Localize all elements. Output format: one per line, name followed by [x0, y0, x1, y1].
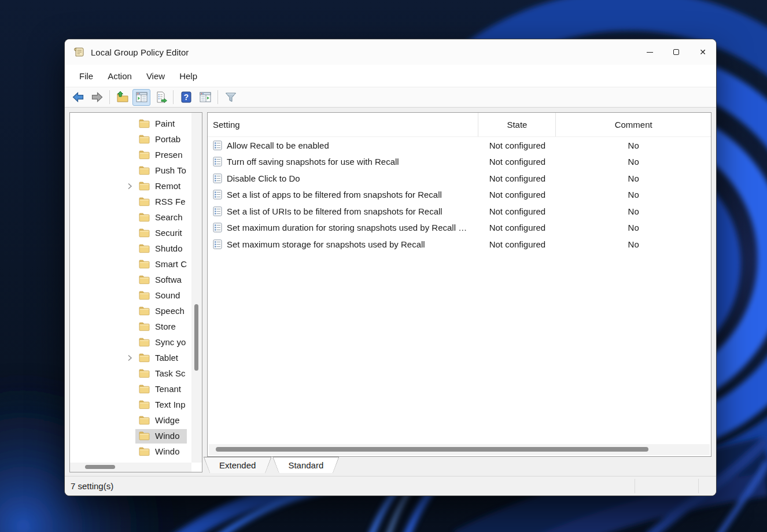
forward-icon	[90, 90, 104, 104]
policy-setting-icon	[213, 141, 222, 150]
tree-item[interactable]: Presen	[70, 147, 202, 163]
menu-file[interactable]: File	[73, 68, 99, 84]
tab-extended[interactable]: Extended	[204, 457, 271, 473]
folder-icon	[139, 150, 150, 162]
tree-item[interactable]: Paint	[70, 116, 202, 132]
setting-comment: No	[556, 173, 711, 183]
list-header: Setting State Comment	[208, 113, 711, 137]
tab-standard[interactable]: Standard	[272, 457, 339, 473]
folder-icon	[139, 369, 150, 380]
tree-item-label: Sync yo	[155, 337, 186, 347]
chevron-right-icon[interactable]	[126, 354, 134, 364]
tree-item[interactable]: Sync yo	[70, 335, 202, 350]
tree-item[interactable]: Tenant	[70, 382, 202, 397]
folder-icon	[139, 260, 150, 271]
tree-item[interactable]: Text Inp	[70, 397, 202, 413]
setting-row[interactable]: Turn off saving snapshots for use with R…	[208, 154, 711, 171]
back-button[interactable]	[69, 89, 87, 106]
setting-name: Disable Click to Do	[227, 173, 300, 183]
folder-icon	[139, 244, 150, 256]
tree-item[interactable]: Speech	[70, 304, 202, 319]
tree-item[interactable]: Smart C	[70, 257, 202, 272]
maximize-button[interactable]	[663, 39, 689, 65]
tree-item-label: Text Inp	[155, 400, 186, 409]
setting-row[interactable]: Disable Click to Do Not configured No	[208, 170, 711, 187]
tree-vertical-scrollbar-thumb[interactable]	[194, 304, 198, 371]
tree-item-label: Sound	[155, 290, 180, 300]
setting-row[interactable]: Set maximum storage for snapshots used b…	[208, 236, 711, 253]
setting-row[interactable]: Set maximum duration for storing snapsho…	[208, 220, 711, 237]
column-header-setting[interactable]: Setting	[208, 113, 478, 136]
up-one-level-button[interactable]	[113, 89, 131, 106]
tree-vertical-scrollbar[interactable]	[191, 113, 202, 463]
tree-item[interactable]: Securit	[70, 226, 202, 241]
setting-comment: No	[556, 190, 711, 200]
tree-item-label: Push To	[155, 165, 186, 175]
tree-item-label: Search	[155, 212, 183, 222]
tree-item[interactable]: Widge	[70, 413, 202, 428]
tree-item[interactable]: Softwa	[70, 272, 202, 288]
setting-name: Set maximum storage for snapshots used b…	[227, 239, 425, 249]
show-action-pane-button[interactable]	[196, 89, 214, 106]
tree-item-label: Speech	[155, 306, 185, 316]
chevron-right-icon[interactable]	[126, 182, 134, 193]
tree-item-label: Presen	[155, 150, 183, 160]
tree-item[interactable]: Push To	[70, 163, 202, 179]
title-bar[interactable]: Local Group Policy Editor ✕	[65, 39, 716, 65]
setting-comment: No	[556, 206, 711, 216]
tree-item-label: Windo	[155, 431, 180, 441]
tree-item[interactable]: Portab	[70, 132, 202, 147]
folder-icon	[139, 135, 150, 146]
tree-item[interactable]: Store	[70, 319, 202, 335]
forward-button[interactable]	[88, 89, 106, 106]
status-divider	[698, 479, 699, 493]
back-icon	[71, 90, 85, 104]
setting-row[interactable]: Set a list of URIs to be filtered from s…	[208, 203, 711, 220]
tree-item-label: Portab	[155, 134, 180, 144]
svg-text:?: ?	[183, 93, 189, 102]
menu-bar: FileActionViewHelp	[65, 65, 716, 87]
setting-row[interactable]: Set a list of apps to be filtered from s…	[208, 187, 711, 204]
setting-row[interactable]: Allow Recall to be enabled Not configure…	[208, 137, 711, 154]
tree-item[interactable]: Tablet	[70, 350, 202, 366]
scroll-document-icon	[72, 46, 85, 58]
list-horizontal-scrollbar[interactable]	[209, 444, 710, 455]
folder-icon	[139, 306, 150, 318]
column-header-state[interactable]: State	[478, 113, 556, 136]
close-icon: ✕	[699, 48, 706, 56]
tree-item[interactable]: Sound	[70, 288, 202, 304]
console-tree-pane: Paint Portab Presen	[69, 112, 202, 472]
tree-item-label: Securit	[155, 228, 182, 238]
menu-view[interactable]: View	[140, 68, 171, 84]
settings-list-pane: Setting State Comment Allow Recall to be…	[207, 112, 711, 457]
tree-item-label: Tablet	[155, 353, 178, 363]
policy-setting-icon	[213, 239, 222, 249]
tree-item[interactable]: RSS Fe	[70, 194, 202, 210]
setting-state: Not configured	[479, 190, 556, 200]
tree-item[interactable]: Task Sc	[70, 366, 202, 382]
folder-icon	[139, 385, 150, 396]
filter-button[interactable]	[222, 89, 239, 106]
tree-item-label: Smart C	[155, 259, 187, 269]
show-console-tree-button[interactable]	[132, 89, 150, 106]
column-header-comment[interactable]: Comment	[556, 113, 711, 136]
setting-comment: No	[556, 223, 711, 232]
tree-horizontal-scrollbar[interactable]	[70, 463, 191, 472]
policy-setting-icon	[213, 173, 222, 183]
export-list-button[interactable]	[152, 89, 169, 106]
menu-action[interactable]: Action	[101, 68, 138, 84]
menu-help[interactable]: Help	[173, 68, 204, 84]
tree-item[interactable]: Shutdo	[70, 241, 202, 257]
maximize-icon	[673, 49, 679, 55]
setting-state: Not configured	[479, 173, 556, 183]
list-horizontal-scrollbar-thumb[interactable]	[216, 447, 648, 452]
minimize-button[interactable]	[636, 39, 663, 65]
help-button[interactable]: ?	[177, 89, 195, 106]
tree-item[interactable]: Windo	[70, 428, 202, 444]
setting-state: Not configured	[479, 239, 556, 249]
tree-item[interactable]: Remot	[70, 179, 202, 194]
tree-item[interactable]: Windo	[70, 444, 202, 460]
tree-horizontal-scrollbar-thumb[interactable]	[85, 465, 115, 469]
close-button[interactable]: ✕	[689, 39, 716, 65]
tree-item[interactable]: Search	[70, 210, 202, 226]
